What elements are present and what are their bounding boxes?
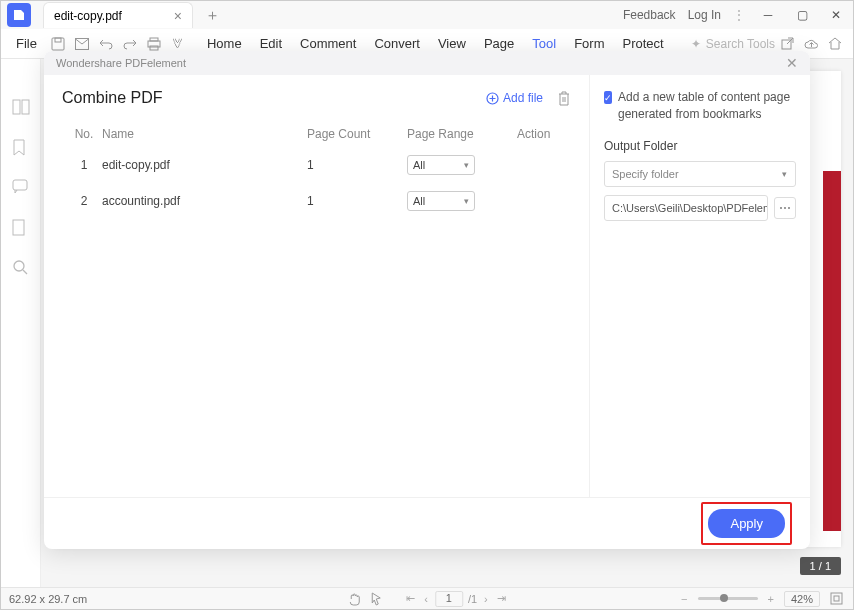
menu-tool[interactable]: Tool: [523, 36, 565, 51]
close-tab-icon[interactable]: ×: [174, 8, 182, 24]
svg-rect-0: [52, 38, 64, 50]
svg-rect-8: [22, 100, 29, 114]
page-range-select[interactable]: All▾: [407, 155, 475, 175]
output-folder-label: Output Folder: [604, 139, 796, 153]
home-icon[interactable]: [823, 32, 847, 56]
fit-page-icon[interactable]: [828, 592, 845, 605]
col-page-count: Page Count: [307, 127, 407, 141]
new-tab-button[interactable]: ＋: [205, 6, 220, 25]
toc-label: Add a new table of content page generate…: [618, 89, 796, 123]
attachment-icon[interactable]: [12, 219, 30, 237]
menu-page[interactable]: Page: [475, 36, 523, 51]
col-action: Action: [517, 127, 567, 141]
svg-rect-14: [834, 596, 839, 601]
col-no: No.: [66, 127, 102, 141]
wand-icon: ✦: [691, 37, 701, 51]
zoom-in-icon[interactable]: +: [766, 593, 776, 605]
toc-checkbox[interactable]: ✓: [604, 91, 612, 104]
zoom-value[interactable]: 42%: [784, 591, 820, 607]
menu-form[interactable]: Form: [565, 36, 613, 51]
table-row[interactable]: 2 accounting.pdf 1 All▾: [62, 183, 571, 219]
page-indicator-badge: 1 / 1: [800, 557, 841, 575]
close-dialog-icon[interactable]: ✕: [786, 55, 798, 71]
browse-folder-button[interactable]: ⋯: [774, 197, 796, 219]
app-logo-icon: [7, 3, 31, 27]
apply-button[interactable]: Apply: [708, 509, 785, 538]
svg-rect-7: [13, 100, 20, 114]
page-number-input[interactable]: 1: [435, 591, 463, 607]
page-total: /1: [468, 593, 477, 605]
first-page-icon[interactable]: ⇤: [404, 592, 417, 605]
feedback-link[interactable]: Feedback: [623, 8, 676, 22]
kebab-menu-icon[interactable]: ⋮: [733, 8, 745, 22]
menu-file[interactable]: File: [7, 36, 46, 51]
output-folder-dropdown[interactable]: Specify folder ▾: [604, 161, 796, 187]
output-path-field[interactable]: C:\Users\Geili\Desktop\PDFelement\Cc: [604, 195, 768, 221]
search-tools-input[interactable]: ✦ Search Tools: [691, 37, 775, 51]
menu-comment[interactable]: Comment: [291, 36, 365, 51]
add-file-button[interactable]: Add file: [486, 91, 543, 105]
dialog-title: Combine PDF: [62, 89, 162, 107]
dialog-app-name: Wondershare PDFelement: [56, 57, 186, 69]
close-window-icon[interactable]: ✕: [825, 4, 847, 26]
menu-edit[interactable]: Edit: [251, 36, 291, 51]
col-page-range: Page Range: [407, 127, 517, 141]
svg-rect-10: [13, 220, 24, 235]
maximize-icon[interactable]: ▢: [791, 4, 813, 26]
page-range-select[interactable]: All▾: [407, 191, 475, 211]
svg-rect-13: [831, 593, 842, 604]
chevron-down-icon: ▾: [464, 196, 469, 206]
combine-pdf-dialog: Wondershare PDFelement ✕ Combine PDF Add…: [44, 51, 810, 549]
search-panel-icon[interactable]: [12, 259, 30, 277]
thumbnails-icon[interactable]: [12, 99, 30, 117]
hand-tool-icon[interactable]: [346, 592, 363, 606]
pdf-red-stripe: [823, 171, 841, 531]
zoom-out-icon[interactable]: −: [679, 593, 689, 605]
last-page-icon[interactable]: ⇥: [495, 592, 508, 605]
select-tool-icon[interactable]: [368, 592, 384, 606]
chevron-down-icon: ▾: [464, 160, 469, 170]
apply-highlight-box: Apply: [701, 502, 792, 545]
sidebar: [1, 59, 41, 587]
comment-panel-icon[interactable]: [12, 179, 30, 197]
chevron-down-icon: ▾: [782, 169, 787, 179]
delete-icon[interactable]: [557, 91, 571, 106]
col-name: Name: [102, 127, 307, 141]
menu-home[interactable]: Home: [198, 36, 251, 51]
table-row[interactable]: 1 edit-copy.pdf 1 All▾: [62, 147, 571, 183]
login-link[interactable]: Log In: [688, 8, 721, 22]
minimize-icon[interactable]: ─: [757, 4, 779, 26]
prev-page-icon[interactable]: ‹: [422, 593, 430, 605]
svg-rect-1: [55, 38, 61, 42]
zoom-slider[interactable]: [698, 597, 758, 600]
svg-point-11: [14, 261, 24, 271]
svg-rect-9: [13, 180, 27, 190]
file-tab[interactable]: edit-copy.pdf ×: [43, 2, 193, 28]
next-page-icon[interactable]: ›: [482, 593, 490, 605]
statusbar: 62.92 x 29.7 cm ⇤ ‹ 1 /1 › ⇥ − + 42%: [1, 587, 853, 609]
bookmark-icon[interactable]: [12, 139, 30, 157]
menu-convert[interactable]: Convert: [365, 36, 429, 51]
menu-view[interactable]: View: [429, 36, 475, 51]
menu-protect[interactable]: Protect: [613, 36, 672, 51]
page-dimensions: 62.92 x 29.7 cm: [9, 593, 87, 605]
tab-label: edit-copy.pdf: [54, 9, 122, 23]
titlebar: edit-copy.pdf × ＋ Feedback Log In ⋮ ─ ▢ …: [1, 1, 853, 29]
